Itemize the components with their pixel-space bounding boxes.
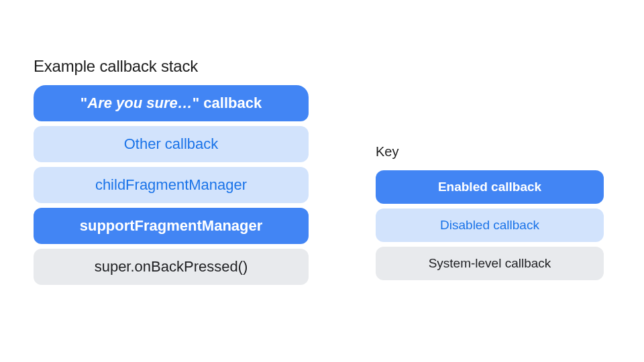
key-item-enabled: Enabled callback <box>376 170 604 204</box>
stack-item-child-fragment-manager: childFragmentManager <box>34 167 309 203</box>
stack-title: Example callback stack <box>34 57 309 76</box>
key-title: Key <box>376 144 604 160</box>
stack-item-label: supportFragmentManager <box>80 217 263 235</box>
key-item-disabled: Disabled callback <box>376 208 604 242</box>
stack-item-label: super.onBackPressed() <box>95 258 248 276</box>
key-item-system: System-level callback <box>376 247 604 280</box>
key-item-label: Enabled callback <box>438 180 541 194</box>
key-items: Enabled callback Disabled callback Syste… <box>376 170 604 280</box>
stack-item-are-you-sure: "Are you sure…" callback <box>34 85 309 121</box>
stack-item-label: childFragmentManager <box>95 176 247 194</box>
key-section: Key Enabled callback Disabled callback S… <box>376 144 604 280</box>
stack-item-support-fragment-manager: supportFragmentManager <box>34 208 309 244</box>
stack-item-super-onbackpressed: super.onBackPressed() <box>34 249 309 285</box>
stack-item-other-callback: Other callback <box>34 126 309 162</box>
stack-item-label: Other callback <box>124 135 219 153</box>
key-item-label: System-level callback <box>429 256 551 271</box>
key-item-label: Disabled callback <box>440 218 539 233</box>
callback-stack-section: Example callback stack "Are you sure…" c… <box>34 57 309 285</box>
stack-item-label: "Are you sure…" callback <box>80 95 262 112</box>
diagram-canvas: Example callback stack "Are you sure…" c… <box>0 0 644 362</box>
stack-items: "Are you sure…" callback Other callback … <box>34 85 309 285</box>
